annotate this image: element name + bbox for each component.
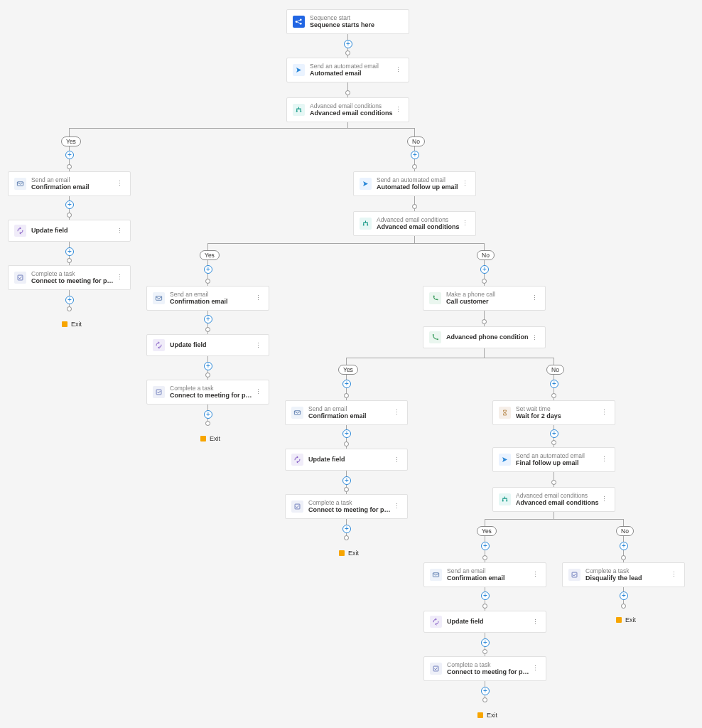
- add-step-button[interactable]: +: [550, 429, 558, 438]
- node-task-a[interactable]: Complete a task Connect to meeting for p…: [8, 265, 131, 290]
- more-button[interactable]: ⋮: [530, 294, 539, 301]
- connector: [484, 348, 485, 358]
- node-disqualify[interactable]: Complete a task Disqualify the lead ⋮: [562, 562, 685, 587]
- more-button[interactable]: ⋮: [392, 409, 401, 416]
- more-button[interactable]: ⋮: [115, 274, 124, 281]
- node-task-b[interactable]: Complete a task Connect to meeting for p…: [146, 380, 269, 405]
- node-automated-followup[interactable]: Send an automated email Automated follow…: [353, 171, 476, 196]
- add-step-button[interactable]: +: [342, 476, 351, 485]
- node-update-field-b[interactable]: Update field ⋮: [146, 334, 269, 356]
- svg-point-5: [300, 111, 301, 112]
- add-step-button[interactable]: +: [65, 296, 74, 304]
- connector-dot: [412, 164, 417, 169]
- task-icon: [430, 663, 442, 675]
- node-title: Confirmation email: [31, 183, 115, 191]
- node-final-followup[interactable]: Send an automated email Final follow up …: [492, 447, 615, 472]
- node-title: Final follow up email: [516, 459, 600, 467]
- more-button[interactable]: ⋮: [254, 388, 263, 395]
- branch-no: No: [407, 136, 425, 146]
- task-icon: [14, 272, 26, 284]
- node-subtitle: Send an automated email: [310, 63, 394, 70]
- add-step-button[interactable]: +: [204, 362, 212, 370]
- svg-point-19: [506, 500, 507, 502]
- node-confirmation-email-c[interactable]: Send an email Confirmation email ⋮: [285, 400, 408, 425]
- more-button[interactable]: ⋮: [531, 571, 540, 578]
- add-step-button[interactable]: +: [481, 592, 490, 600]
- connector-dot: [621, 604, 626, 609]
- svg-marker-3: [296, 68, 301, 73]
- node-subtitle: Complete a task: [585, 567, 669, 574]
- more-button[interactable]: ⋮: [531, 619, 540, 626]
- node-title: Call customer: [446, 298, 530, 306]
- more-button[interactable]: ⋮: [392, 456, 401, 464]
- email-icon: [430, 569, 442, 581]
- connector: [346, 358, 554, 358]
- add-step-button[interactable]: +: [65, 151, 74, 159]
- node-sequence-start[interactable]: Sequence start Sequence starts here: [286, 9, 409, 34]
- connector: [485, 519, 624, 520]
- add-step-button[interactable]: +: [411, 151, 419, 159]
- node-call-customer[interactable]: Make a phone call Call customer ⋮: [423, 286, 546, 311]
- more-button[interactable]: ⋮: [460, 180, 470, 187]
- node-title: Confirmation email: [170, 298, 254, 306]
- more-button[interactable]: ⋮: [254, 294, 263, 301]
- more-button[interactable]: ⋮: [460, 220, 470, 227]
- node-condition-3[interactable]: Advanced email conditions Advanced email…: [492, 487, 615, 512]
- node-subtitle: Send an automated email: [516, 452, 600, 459]
- add-step-button[interactable]: +: [620, 592, 628, 600]
- node-title: Update field: [170, 341, 254, 349]
- node-phone-condition[interactable]: Advanced phone condition ⋮: [423, 326, 546, 348]
- add-step-button[interactable]: +: [65, 200, 74, 209]
- svg-point-14: [437, 338, 438, 340]
- more-button[interactable]: ⋮: [600, 456, 609, 463]
- node-subtitle: Sequence start: [310, 14, 403, 21]
- more-button[interactable]: ⋮: [115, 180, 124, 187]
- email-icon: [14, 178, 26, 190]
- node-update-field-d[interactable]: Update field ⋮: [423, 611, 546, 633]
- more-button[interactable]: ⋮: [600, 409, 609, 416]
- connector: [414, 128, 415, 136]
- node-wait[interactable]: Set wait time Wait for 2 days ⋮: [492, 400, 615, 425]
- more-button[interactable]: ⋮: [115, 228, 124, 235]
- svg-point-13: [433, 334, 434, 336]
- condition-icon: [293, 104, 305, 116]
- svg-rect-11: [156, 296, 161, 301]
- more-button[interactable]: ⋮: [669, 571, 679, 578]
- more-button[interactable]: ⋮: [254, 342, 263, 349]
- node-automated-email[interactable]: Send an automated email Automated email …: [286, 58, 409, 82]
- add-step-button[interactable]: +: [204, 265, 212, 274]
- add-step-button[interactable]: +: [550, 380, 558, 388]
- add-step-button[interactable]: +: [620, 542, 628, 550]
- node-update-field-c[interactable]: Update field ⋮: [285, 449, 408, 471]
- node-task-c[interactable]: Complete a task Connect to meeting for p…: [285, 494, 408, 519]
- connector-dot: [482, 697, 487, 702]
- more-button[interactable]: ⋮: [392, 503, 401, 510]
- more-button[interactable]: ⋮: [531, 665, 540, 672]
- node-task-d[interactable]: Complete a task Connect to meeting for p…: [423, 656, 546, 681]
- node-subtitle: Send an email: [308, 405, 392, 412]
- more-button[interactable]: ⋮: [394, 66, 403, 73]
- more-button[interactable]: ⋮: [530, 334, 539, 341]
- node-confirmation-email-b[interactable]: Send an email Confirmation email ⋮: [146, 286, 269, 311]
- add-step-button[interactable]: +: [65, 247, 74, 256]
- add-step-button[interactable]: +: [481, 542, 490, 550]
- connector-dot: [482, 555, 487, 560]
- more-button[interactable]: ⋮: [600, 496, 609, 503]
- flow-canvas[interactable]: Sequence start Sequence starts here + Se…: [0, 0, 702, 728]
- node-confirmation-email-a[interactable]: Send an email Confirmation email ⋮: [8, 171, 131, 196]
- add-step-button[interactable]: +: [481, 687, 490, 695]
- add-step-button[interactable]: +: [344, 40, 352, 48]
- node-condition-2[interactable]: Advanced email conditions Advanced email…: [353, 211, 476, 236]
- add-step-button[interactable]: +: [342, 525, 351, 533]
- update-icon: [14, 225, 26, 237]
- add-step-button[interactable]: +: [204, 410, 212, 419]
- node-condition-1[interactable]: Advanced email conditions Advanced email…: [286, 97, 409, 122]
- more-button[interactable]: ⋮: [394, 106, 403, 113]
- node-update-field-a[interactable]: Update field ⋮: [8, 220, 131, 242]
- add-step-button[interactable]: +: [481, 638, 490, 647]
- add-step-button[interactable]: +: [480, 265, 489, 274]
- add-step-button[interactable]: +: [342, 380, 351, 388]
- add-step-button[interactable]: +: [204, 315, 212, 323]
- add-step-button[interactable]: +: [342, 429, 351, 438]
- node-confirmation-email-d[interactable]: Send an email Confirmation email ⋮: [423, 562, 546, 587]
